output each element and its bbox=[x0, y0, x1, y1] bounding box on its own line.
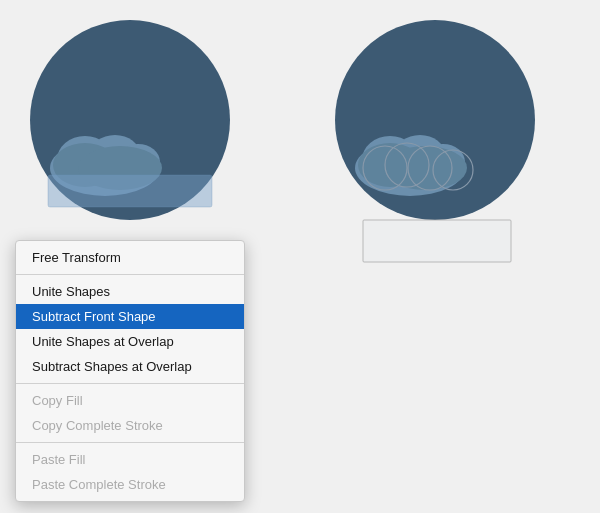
menu-separator bbox=[16, 442, 244, 443]
menu-item-unite-shapes[interactable]: Unite Shapes bbox=[16, 279, 244, 304]
selection-box-svg bbox=[335, 215, 535, 270]
svg-rect-19 bbox=[363, 220, 511, 262]
menu-item-free-transform[interactable]: Free Transform bbox=[16, 245, 244, 270]
right-icon-svg bbox=[335, 20, 535, 220]
menu-separator bbox=[16, 383, 244, 384]
svg-rect-7 bbox=[48, 175, 212, 207]
menu-item-unite-shapes-overlap[interactable]: Unite Shapes at Overlap bbox=[16, 329, 244, 354]
left-icon bbox=[30, 20, 230, 220]
menu-item-copy-fill: Copy Fill bbox=[16, 388, 244, 413]
menu-item-paste-fill: Paste Fill bbox=[16, 447, 244, 472]
right-icon bbox=[335, 20, 535, 250]
menu-item-paste-complete-stroke: Paste Complete Stroke bbox=[16, 472, 244, 497]
menu-item-subtract-shapes-overlap[interactable]: Subtract Shapes at Overlap bbox=[16, 354, 244, 379]
context-menu: Free TransformUnite ShapesSubtract Front… bbox=[15, 240, 245, 502]
left-icon-svg bbox=[30, 20, 230, 220]
menu-item-copy-complete-stroke: Copy Complete Stroke bbox=[16, 413, 244, 438]
menu-item-subtract-front-shape[interactable]: Subtract Front Shape bbox=[16, 304, 244, 329]
menu-separator bbox=[16, 274, 244, 275]
